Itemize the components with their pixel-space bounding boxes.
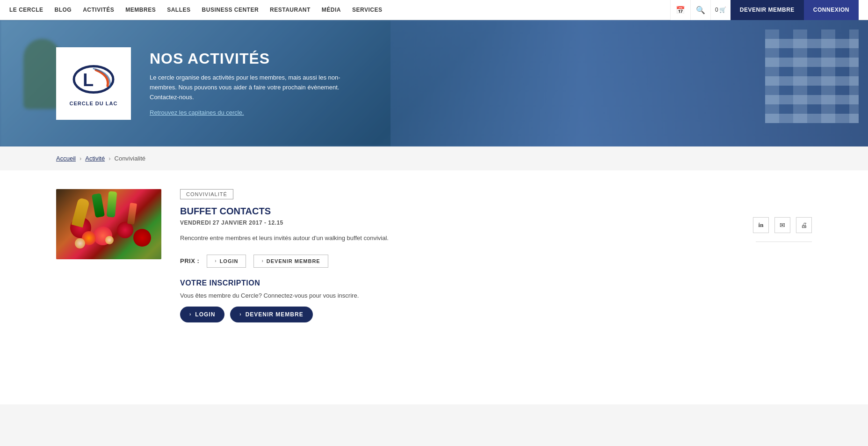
content-and-share-layout: CONVIVIALITÉ BUFFET CONTACTS VENDREDI 27… [56, 189, 812, 322]
breadcrumb-accueil[interactable]: Accueil [56, 155, 76, 162]
email-icon: ✉ [780, 221, 785, 229]
cart-icon: 🛒 [719, 7, 726, 13]
breadcrumb: Accueil › Activité › Convivialité [0, 146, 868, 170]
nav-business-center[interactable]: BUSINESS CENTER [202, 7, 259, 13]
devenir-membre-price-label: DEVENIR MEMBRE [267, 258, 320, 264]
event-details: CONVIVIALITÉ BUFFET CONTACTS VENDREDI 27… [180, 189, 728, 322]
email-share-button[interactable]: ✉ [774, 217, 790, 233]
nav-activites[interactable]: ACTIVITÉS [83, 7, 114, 13]
hero-description: Le cercle organise des activités pour le… [150, 73, 346, 102]
hero-section: L CERCLE DU LAC NOS ACTIVITÉS Le cercle … [0, 20, 868, 146]
breadcrumb-sep-2: › [108, 155, 110, 162]
print-button[interactable]: 🖨 [796, 217, 812, 233]
event-layout: CONVIVIALITÉ BUFFET CONTACTS VENDREDI 27… [56, 189, 728, 322]
nav-membres[interactable]: MEMBRES [125, 7, 156, 13]
main-nav: LE CERCLE BLOG ACTIVITÉS MEMBRES SALLES … [0, 0, 868, 20]
hero-logo-box: L CERCLE DU LAC [56, 47, 131, 120]
hero-logo-text: CERCLE DU LAC [70, 101, 118, 106]
nav-right: 📅 🔍 0 🛒 DEVENIR MEMBRE CONNEXION [670, 0, 859, 20]
hero-link[interactable]: Retrouvez les capitaines du cercle. [150, 109, 244, 116]
event-title: BUFFET CONTACTS [180, 206, 728, 217]
linkedin-icon: in [759, 221, 764, 229]
cercle-du-lac-logo: L [68, 60, 119, 98]
event-description: Rencontre entre membres et leurs invités… [180, 234, 728, 243]
login-price-button[interactable]: › LOGIN [207, 255, 246, 268]
inscription-title: VOTRE INSCRIPTION [180, 279, 728, 287]
event-date: VENDREDI 27 JANVIER 2017 - 12.15 [180, 219, 728, 226]
inscription-section: VOTRE INSCRIPTION Vous êtes membre du Ce… [180, 279, 728, 322]
devenir-membre-price-button[interactable]: › DEVENIR MEMBRE [253, 255, 328, 268]
inscription-devenir-label: DEVENIR MEMBRE [246, 311, 304, 318]
nav-media[interactable]: MÉDIA [322, 7, 341, 13]
hero-title: NOS ACTIVITÉS [150, 50, 346, 67]
main-content: CONVIVIALITÉ BUFFET CONTACTS VENDREDI 27… [0, 170, 868, 404]
nav-le-cercle[interactable]: LE CERCLE [9, 7, 43, 13]
prix-row: PRIX : › LOGIN › DEVENIR MEMBRE [180, 255, 728, 268]
nav-links: LE CERCLE BLOG ACTIVITÉS MEMBRES SALLES … [9, 7, 670, 13]
breadcrumb-sep-1: › [80, 155, 81, 162]
cart-button[interactable]: 0 🛒 [710, 0, 731, 20]
printer-icon: 🖨 [801, 221, 807, 229]
nav-restaurant[interactable]: RESTAURANT [270, 7, 311, 13]
event-image [56, 189, 161, 259]
svg-text:L: L [83, 70, 94, 90]
inscription-buttons: › LOGIN › DEVENIR MEMBRE [180, 307, 728, 322]
chevron-icon-2: › [261, 258, 263, 263]
arrow-icon: › [189, 312, 191, 317]
hero-text-area: NOS ACTIVITÉS Le cercle organise des act… [150, 50, 346, 116]
inscription-devenir-button[interactable]: › DEVENIR MEMBRE [230, 307, 312, 322]
login-price-label: LOGIN [220, 258, 239, 264]
devenir-membre-nav-button[interactable]: DEVENIR MEMBRE [731, 0, 804, 20]
content-left: CONVIVIALITÉ BUFFET CONTACTS VENDREDI 27… [56, 189, 728, 322]
hero-content: L CERCLE DU LAC NOS ACTIVITÉS Le cercle … [0, 20, 868, 146]
nav-blog[interactable]: BLOG [55, 7, 72, 13]
inscription-login-label: LOGIN [195, 311, 215, 318]
inscription-description: Vous êtes membre du Cercle? Connectez-vo… [180, 292, 728, 299]
nav-services[interactable]: SERVICES [352, 7, 382, 13]
connexion-nav-button[interactable]: CONNEXION [804, 0, 859, 20]
prix-label: PRIX : [180, 257, 199, 264]
share-icons: in ✉ 🖨 [753, 217, 812, 233]
breadcrumb-activite[interactable]: Activité [85, 155, 105, 162]
chevron-icon: › [215, 258, 217, 263]
inscription-login-button[interactable]: › LOGIN [180, 307, 224, 322]
arrow-icon-2: › [239, 312, 241, 317]
food-decoration [56, 189, 161, 259]
nav-salles[interactable]: SALLES [167, 7, 190, 13]
share-section: in ✉ 🖨 [756, 189, 812, 322]
calendar-icon-button[interactable]: 📅 [670, 0, 690, 20]
cart-count: 0 [715, 7, 718, 13]
breadcrumb-current: Convivialité [115, 155, 145, 162]
search-icon-button[interactable]: 🔍 [690, 0, 710, 20]
event-tag: CONVIVIALITÉ [180, 189, 233, 199]
linkedin-share-button[interactable]: in [753, 217, 769, 233]
